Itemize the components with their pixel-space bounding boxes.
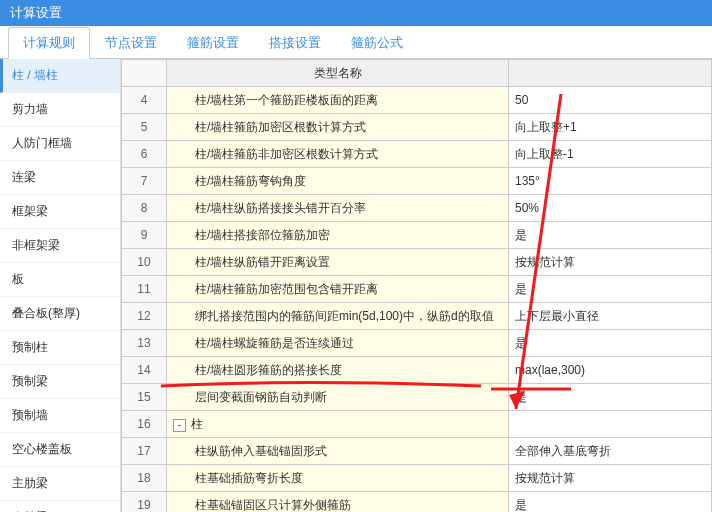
row-value[interactable]: 向上取整-1 bbox=[509, 141, 712, 168]
row-value[interactable]: 按规范计算 bbox=[509, 249, 712, 276]
row-index: 13 bbox=[122, 330, 167, 357]
col-value-header bbox=[509, 60, 712, 87]
table-row[interactable]: 12绑扎搭接范围内的箍筋间距min(5d,100)中，纵筋d的取值上下层最小直径 bbox=[122, 303, 712, 330]
sidebar-item-1[interactable]: 剪力墙 bbox=[0, 93, 120, 127]
row-index: 18 bbox=[122, 465, 167, 492]
table-row[interactable]: 14柱/墙柱圆形箍筋的搭接长度max(lae,300) bbox=[122, 357, 712, 384]
row-value[interactable]: max(lae,300) bbox=[509, 357, 712, 384]
row-name: 柱基础锚固区只计算外侧箍筋 bbox=[167, 492, 509, 513]
row-index: 17 bbox=[122, 438, 167, 465]
table-row[interactable]: 8柱/墙柱纵筋搭接接头错开百分率50% bbox=[122, 195, 712, 222]
sidebar-item-0[interactable]: 柱 / 墙柱 bbox=[0, 59, 120, 93]
table-row[interactable]: 11柱/墙柱箍筋加密范围包含错开距离是 bbox=[122, 276, 712, 303]
row-name: 层间变截面钢筋自动判断 bbox=[167, 384, 509, 411]
table-row[interactable]: 5柱/墙柱箍筋加密区根数计算方式向上取整+1 bbox=[122, 114, 712, 141]
row-name: 绑扎搭接范围内的箍筋间距min(5d,100)中，纵筋d的取值 bbox=[167, 303, 509, 330]
rules-table: 类型名称 4柱/墙柱第一个箍筋距楼板面的距离505柱/墙柱箍筋加密区根数计算方式… bbox=[121, 59, 712, 512]
sidebar-item-10[interactable]: 预制墙 bbox=[0, 399, 120, 433]
sidebar-item-13[interactable]: 次肋梁 bbox=[0, 501, 120, 512]
row-value[interactable]: 上下层最小直径 bbox=[509, 303, 712, 330]
row-name: 柱/墙柱纵筋搭接接头错开百分率 bbox=[167, 195, 509, 222]
row-index: 6 bbox=[122, 141, 167, 168]
sidebar-item-5[interactable]: 非框架梁 bbox=[0, 229, 120, 263]
tab-1[interactable]: 节点设置 bbox=[90, 27, 172, 58]
row-value[interactable] bbox=[509, 411, 712, 438]
row-value[interactable]: 50 bbox=[509, 87, 712, 114]
row-value[interactable]: 向上取整+1 bbox=[509, 114, 712, 141]
sidebar-item-4[interactable]: 框架梁 bbox=[0, 195, 120, 229]
tab-3[interactable]: 搭接设置 bbox=[254, 27, 336, 58]
row-index: 16 bbox=[122, 411, 167, 438]
row-index: 19 bbox=[122, 492, 167, 513]
table-row[interactable]: 4柱/墙柱第一个箍筋距楼板面的距离50 bbox=[122, 87, 712, 114]
table-row[interactable]: 18柱基础插筋弯折长度按规范计算 bbox=[122, 465, 712, 492]
table-row[interactable]: 6柱/墙柱箍筋非加密区根数计算方式向上取整-1 bbox=[122, 141, 712, 168]
row-index: 14 bbox=[122, 357, 167, 384]
row-name: 柱/墙柱箍筋加密区根数计算方式 bbox=[167, 114, 509, 141]
sidebar-item-8[interactable]: 预制柱 bbox=[0, 331, 120, 365]
row-index: 9 bbox=[122, 222, 167, 249]
tab-0[interactable]: 计算规则 bbox=[8, 27, 90, 59]
sidebar-item-9[interactable]: 预制梁 bbox=[0, 365, 120, 399]
sidebar: 柱 / 墙柱剪力墙人防门框墙连梁框架梁非框架梁板叠合板(整厚)预制柱预制梁预制墙… bbox=[0, 59, 121, 512]
table-row[interactable]: 16- 柱 bbox=[122, 411, 712, 438]
table-row[interactable]: 9柱/墙柱搭接部位箍筋加密是 bbox=[122, 222, 712, 249]
row-index: 11 bbox=[122, 276, 167, 303]
sidebar-item-11[interactable]: 空心楼盖板 bbox=[0, 433, 120, 467]
col-index-header bbox=[122, 60, 167, 87]
sidebar-item-2[interactable]: 人防门框墙 bbox=[0, 127, 120, 161]
row-name: 柱/墙柱箍筋加密范围包含错开距离 bbox=[167, 276, 509, 303]
table-row[interactable]: 13柱/墙柱螺旋箍筋是否连续通过是 bbox=[122, 330, 712, 357]
table-row[interactable]: 10柱/墙柱纵筋错开距离设置按规范计算 bbox=[122, 249, 712, 276]
table-row[interactable]: 19柱基础锚固区只计算外侧箍筋是 bbox=[122, 492, 712, 513]
row-name: 柱/墙柱搭接部位箍筋加密 bbox=[167, 222, 509, 249]
row-name: 柱纵筋伸入基础锚固形式 bbox=[167, 438, 509, 465]
collapse-icon[interactable]: - bbox=[173, 419, 186, 432]
row-name: 柱基础插筋弯折长度 bbox=[167, 465, 509, 492]
row-index: 12 bbox=[122, 303, 167, 330]
row-value[interactable]: 是 bbox=[509, 330, 712, 357]
window-title: 计算设置 bbox=[0, 0, 712, 26]
row-index: 4 bbox=[122, 87, 167, 114]
row-name: 柱/墙柱螺旋箍筋是否连续通过 bbox=[167, 330, 509, 357]
row-value[interactable]: 按规范计算 bbox=[509, 465, 712, 492]
row-value[interactable]: 全部伸入基底弯折 bbox=[509, 438, 712, 465]
row-name: 柱/墙柱第一个箍筋距楼板面的距离 bbox=[167, 87, 509, 114]
sidebar-item-6[interactable]: 板 bbox=[0, 263, 120, 297]
row-value[interactable]: 50% bbox=[509, 195, 712, 222]
sidebar-item-12[interactable]: 主肋梁 bbox=[0, 467, 120, 501]
main-panel: 类型名称 4柱/墙柱第一个箍筋距楼板面的距离505柱/墙柱箍筋加密区根数计算方式… bbox=[121, 59, 712, 512]
col-name-header: 类型名称 bbox=[167, 60, 509, 87]
row-name: 柱/墙柱圆形箍筋的搭接长度 bbox=[167, 357, 509, 384]
table-row[interactable]: 17柱纵筋伸入基础锚固形式全部伸入基底弯折 bbox=[122, 438, 712, 465]
table-row[interactable]: 7柱/墙柱箍筋弯钩角度135° bbox=[122, 168, 712, 195]
row-name: 柱/墙柱纵筋错开距离设置 bbox=[167, 249, 509, 276]
row-name: 柱/墙柱箍筋弯钩角度 bbox=[167, 168, 509, 195]
row-index: 15 bbox=[122, 384, 167, 411]
row-name: - 柱 bbox=[167, 411, 509, 438]
row-index: 7 bbox=[122, 168, 167, 195]
tab-2[interactable]: 箍筋设置 bbox=[172, 27, 254, 58]
tab-4[interactable]: 箍筋公式 bbox=[336, 27, 418, 58]
row-value[interactable]: 135° bbox=[509, 168, 712, 195]
sidebar-item-3[interactable]: 连梁 bbox=[0, 161, 120, 195]
row-value[interactable]: 是 bbox=[509, 384, 712, 411]
row-value[interactable]: 是 bbox=[509, 276, 712, 303]
row-name: 柱/墙柱箍筋非加密区根数计算方式 bbox=[167, 141, 509, 168]
table-row[interactable]: 15层间变截面钢筋自动判断是 bbox=[122, 384, 712, 411]
sidebar-item-7[interactable]: 叠合板(整厚) bbox=[0, 297, 120, 331]
row-index: 5 bbox=[122, 114, 167, 141]
tab-bar: 计算规则节点设置箍筋设置搭接设置箍筋公式 bbox=[0, 26, 712, 59]
row-value[interactable]: 是 bbox=[509, 222, 712, 249]
row-value[interactable]: 是 bbox=[509, 492, 712, 513]
row-index: 10 bbox=[122, 249, 167, 276]
row-index: 8 bbox=[122, 195, 167, 222]
